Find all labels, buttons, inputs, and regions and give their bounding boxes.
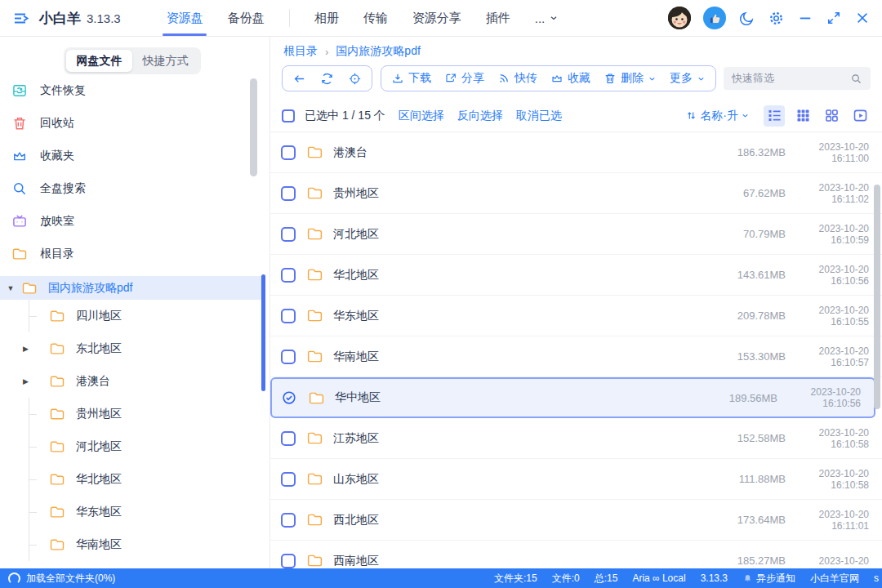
- row-checkbox[interactable]: [281, 227, 296, 242]
- expand-arrow-icon[interactable]: ▶: [21, 345, 38, 353]
- select-all-checkbox[interactable]: [282, 109, 295, 122]
- status-async-notify[interactable]: 异步通知: [742, 572, 795, 586]
- tree-item[interactable]: 华北地区: [21, 463, 270, 496]
- row-checkbox[interactable]: [281, 431, 296, 446]
- row-checkbox[interactable]: [281, 309, 296, 323]
- invert-select-link[interactable]: 反向选择: [457, 109, 503, 123]
- table-row[interactable]: 贵州地区 67.62MB 2023-10-2016:11:02: [270, 173, 882, 214]
- file-name[interactable]: 华南地区: [333, 350, 379, 364]
- sidebar-item-screening-room[interactable]: 放映室: [0, 205, 270, 238]
- sidebar-item-full-search[interactable]: 全盘搜索: [0, 172, 270, 205]
- file-name[interactable]: 西北地区: [333, 513, 379, 528]
- share-button[interactable]: 分享: [444, 71, 484, 86]
- app-menu-icon[interactable]: [11, 8, 31, 28]
- table-row[interactable]: 西南地区 185.27MB 2023-10-20: [270, 541, 882, 568]
- tab-album[interactable]: 相册: [314, 0, 339, 36]
- close-button[interactable]: [854, 10, 871, 26]
- tree-item-label: 华南地区: [76, 537, 122, 552]
- table-row[interactable]: 河北地区 70.79MB 2023-10-2016:10:59: [270, 214, 882, 255]
- tab-shortcuts[interactable]: 快捷方式: [132, 50, 198, 72]
- dark-mode-moon-icon[interactable]: [738, 10, 755, 27]
- row-checkbox[interactable]: [281, 145, 296, 160]
- tree-item-selected[interactable]: ▼ 国内旅游攻略pdf: [0, 276, 262, 300]
- sidebar-item-file-restore[interactable]: 文件恢复: [0, 74, 270, 107]
- file-name[interactable]: 西南地区: [333, 554, 379, 568]
- row-checkbox[interactable]: [281, 513, 296, 528]
- sidebar-item-root-directory[interactable]: 根目录: [0, 238, 270, 270]
- file-name[interactable]: 华北地区: [333, 268, 379, 283]
- like-badge-icon[interactable]: [703, 7, 726, 29]
- sidebar-item-label: 收藏夹: [40, 149, 74, 163]
- sidebar-item-recycle-bin[interactable]: 回收站: [0, 107, 270, 140]
- table-row[interactable]: 华南地区 153.30MB 2023-10-2016:10:57: [270, 336, 882, 377]
- row-checkbox[interactable]: [281, 472, 296, 487]
- tree-item[interactable]: 华东地区: [21, 496, 270, 528]
- tab-resource-share[interactable]: 资源分享: [412, 0, 461, 36]
- file-restore-icon: [11, 82, 28, 99]
- minimize-button[interactable]: [797, 10, 813, 26]
- view-grid-small-button[interactable]: [792, 105, 813, 127]
- range-select-link[interactable]: 区间选择: [399, 109, 444, 123]
- view-grid-large-button[interactable]: [821, 105, 842, 127]
- list-scrollbar-thumb[interactable]: [874, 185, 880, 409]
- table-row[interactable]: 港澳台 186.32MB 2023-10-2016:11:00: [270, 132, 882, 173]
- status-aria-mode[interactable]: Aria ∞ Local: [632, 572, 685, 584]
- tree-item[interactable]: ▶ 东北地区: [21, 332, 270, 365]
- tree-item[interactable]: 四川地区: [21, 300, 270, 332]
- folder-icon: [306, 185, 323, 202]
- table-row[interactable]: 华北地区 143.61MB 2023-10-2016:10:56: [270, 255, 882, 296]
- sort-button[interactable]: 名称·升: [685, 109, 750, 123]
- tab-drive-files[interactable]: 网盘文件: [66, 50, 132, 72]
- view-list-button[interactable]: [764, 105, 785, 127]
- refresh-button[interactable]: [320, 72, 334, 86]
- expand-arrow-icon[interactable]: ▶: [21, 377, 38, 385]
- tab-plugins[interactable]: 插件: [486, 0, 510, 36]
- table-row[interactable]: 山东地区 111.88MB 2023-10-2016:10:58: [270, 459, 882, 500]
- more-button[interactable]: 更多: [670, 71, 706, 86]
- tree-item-label: 华东地区: [76, 505, 122, 519]
- tab-transfer[interactable]: 传输: [363, 0, 388, 36]
- quick-filter-input[interactable]: 快速筛选: [724, 67, 871, 90]
- table-row[interactable]: 西北地区 173.64MB 2023-10-2016:11:01: [270, 500, 882, 541]
- avatar[interactable]: [668, 7, 691, 29]
- breadcrumb-current[interactable]: 国内旅游攻略pdf: [336, 44, 420, 59]
- table-row-selected[interactable]: 华中地区 189.56MB 2023-10-2016:10:56: [270, 377, 875, 418]
- table-row[interactable]: 江苏地区 152.58MB 2023-10-2016:10:58: [270, 418, 882, 459]
- file-name[interactable]: 华东地区: [333, 309, 379, 323]
- delete-button[interactable]: 删除: [604, 71, 657, 86]
- cancel-select-link[interactable]: 取消已选: [516, 109, 562, 123]
- status-official-site-link[interactable]: 小白羊官网: [810, 572, 859, 586]
- tree-item[interactable]: 贵州地区: [21, 398, 270, 430]
- tab-resource-drive[interactable]: 资源盘: [167, 0, 203, 36]
- table-row[interactable]: 华东地区 209.78MB 2023-10-2016:10:55: [270, 296, 882, 336]
- view-video-button[interactable]: [849, 105, 871, 127]
- file-name[interactable]: 华中地区: [335, 390, 381, 405]
- file-name[interactable]: 港澳台: [333, 145, 368, 160]
- check-circle-icon[interactable]: [281, 390, 297, 406]
- locate-button[interactable]: [348, 72, 362, 86]
- tree-item[interactable]: ▶ 港澳台: [21, 365, 270, 398]
- maximize-button[interactable]: [826, 10, 842, 26]
- file-name[interactable]: 河北地区: [333, 227, 379, 242]
- tab-more[interactable]: ...: [535, 11, 559, 25]
- file-name[interactable]: 贵州地区: [333, 186, 379, 201]
- sidebar-scrollbar-thumb[interactable]: [250, 78, 257, 176]
- file-name[interactable]: 江苏地区: [333, 431, 379, 446]
- tab-backup-drive[interactable]: 备份盘: [228, 0, 265, 36]
- collapse-arrow-icon[interactable]: ▼: [0, 284, 21, 292]
- row-checkbox[interactable]: [281, 554, 296, 568]
- back-button[interactable]: [292, 72, 306, 86]
- row-checkbox[interactable]: [281, 350, 296, 364]
- favorite-button[interactable]: 收藏: [550, 71, 590, 86]
- settings-gear-icon[interactable]: [768, 10, 785, 27]
- sidebar-item-favorites[interactable]: 收藏夹: [0, 140, 270, 172]
- tree-item[interactable]: 华南地区: [21, 528, 270, 561]
- quick-send-button[interactable]: 快传: [497, 71, 537, 86]
- breadcrumb-root[interactable]: 根目录: [283, 44, 318, 59]
- tree-item[interactable]: 河北地区: [21, 430, 270, 463]
- tree-scrollbar-thumb[interactable]: [261, 274, 265, 391]
- download-button[interactable]: 下载: [391, 71, 431, 86]
- row-checkbox[interactable]: [281, 268, 296, 283]
- file-name[interactable]: 山东地区: [333, 472, 379, 487]
- row-checkbox[interactable]: [281, 186, 296, 201]
